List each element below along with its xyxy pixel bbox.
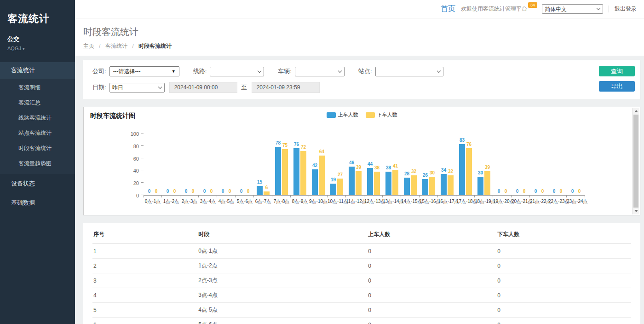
chart-bar-group[interactable]: 3841 (383, 133, 401, 195)
sidebar-subitem[interactable]: 站点客流统计 (0, 126, 75, 141)
legend-item-alighting[interactable]: 下车人数 (366, 111, 397, 118)
chart-bar-group[interactable]: 1927 (328, 133, 346, 195)
chart-bar[interactable]: 19 (330, 184, 336, 195)
chart-bar[interactable]: 83 (459, 144, 465, 195)
chart-bar[interactable]: 26 (422, 179, 428, 195)
date-to-input[interactable] (252, 82, 320, 93)
x-axis-category-label: 14点-15点 (401, 198, 420, 205)
sidebar-subitem[interactable]: 客流汇总 (0, 95, 75, 110)
chart-bar-group[interactable]: 00 (548, 133, 567, 195)
chart-bar-group[interactable]: 00 (530, 133, 548, 195)
date-preset-select[interactable]: 昨日 (109, 83, 165, 93)
chart-bar-group[interactable]: 3039 (475, 133, 493, 195)
chart-bar-group[interactable]: 4438 (364, 133, 383, 195)
chart-bar-group[interactable]: 8376 (456, 133, 475, 195)
chart-bar[interactable]: 15 (257, 186, 263, 195)
x-axis-category-label: 18点-19点 (475, 198, 493, 205)
company-select[interactable]: ---请选择--- ▼ (109, 66, 179, 76)
chart-bar-group[interactable]: 3432 (438, 133, 456, 195)
chart-bar-group[interactable]: 00 (162, 133, 180, 195)
chart-bar[interactable]: 41 (392, 170, 398, 195)
chart-bar[interactable]: 32 (448, 175, 454, 195)
chart-bar-group[interactable]: 2832 (401, 133, 420, 195)
table-header-cell: 上车人数 (367, 226, 496, 244)
chart-bar[interactable]: 76 (293, 148, 299, 195)
chart-bar-group[interactable]: 00 (236, 133, 254, 195)
chart-bar-group[interactable]: 156 (254, 133, 272, 195)
chart-bar[interactable]: 75 (282, 149, 288, 196)
line-select[interactable] (210, 67, 264, 76)
chart-bar[interactable]: 32 (411, 175, 417, 195)
chart-bar[interactable]: 39 (484, 171, 490, 195)
scroll-down-arrow-icon[interactable] (634, 210, 638, 212)
chart-bar[interactable]: 64 (319, 156, 325, 195)
dropdown-arrow-icon: ▼ (172, 69, 176, 74)
chart-bar-group[interactable]: 00 (199, 133, 217, 195)
x-axis-category-label: 22点-23点 (548, 198, 567, 205)
x-tick (475, 196, 493, 197)
x-axis-category-label: 2点-3点 (180, 198, 199, 205)
chart-bar-group[interactable]: 2630 (420, 133, 438, 195)
chart-bar[interactable]: 34 (441, 174, 447, 195)
chart-bar[interactable]: 72 (300, 151, 306, 195)
table-cell: 4点-5点 (197, 303, 367, 318)
bar-value-label: 0 (578, 189, 581, 194)
breadcrumb-section[interactable]: 客流统计 (105, 43, 127, 49)
breadcrumb-home[interactable]: 主页 (83, 43, 94, 49)
y-axis-tick-label: 20 (123, 180, 139, 186)
scrollbar-thumb[interactable] (633, 115, 638, 208)
chart-bar[interactable]: 42 (312, 169, 318, 195)
chart-bar[interactable]: 38 (374, 172, 380, 195)
table-row: 32点-3点00 (92, 273, 631, 288)
language-select[interactable]: 简体中文 (542, 4, 603, 14)
date-to-label: 至 (241, 83, 247, 92)
bar-value-label: 0 (229, 189, 231, 194)
chart-bar[interactable]: 46 (349, 167, 355, 195)
export-button[interactable]: 导出 (599, 81, 635, 92)
sidebar-section-passenger-stats[interactable]: 客流统计 (0, 62, 75, 79)
chart-bar-group[interactable]: 7672 (291, 133, 309, 195)
sidebar-item-device-status[interactable]: 设备状态 (0, 174, 75, 193)
query-button[interactable]: 查询 (599, 66, 635, 76)
logout-link[interactable]: 退出登录 (615, 5, 637, 13)
chart-bar[interactable]: 27 (337, 179, 343, 195)
chart-bar-group[interactable]: 00 (493, 133, 512, 195)
table-header-row: 序号时段上车人数下车人数 (92, 226, 631, 244)
stats-table: 序号时段上车人数下车人数 10点-1点0021点-2点0032点-3点0043点… (92, 226, 631, 324)
date-from-input[interactable] (169, 82, 237, 93)
scroll-up-arrow-icon[interactable] (634, 110, 638, 112)
chart-bar[interactable]: 28 (404, 178, 410, 195)
sidebar-item-base-data[interactable]: 基础数据 (0, 193, 75, 213)
chart-bar-group[interactable]: 4639 (346, 133, 364, 195)
sidebar-subitem[interactable]: 客流明细 (0, 80, 75, 95)
chart-bar[interactable]: 6 (264, 191, 270, 195)
chart-scrollbar[interactable] (632, 108, 639, 214)
chart-bar-group[interactable]: 00 (512, 133, 530, 195)
home-link[interactable]: 首页 (441, 4, 455, 14)
org-code-dropdown[interactable]: AQGJ ▾ (7, 46, 68, 51)
vehicle-select[interactable] (295, 67, 345, 76)
topbar: 首页 欢迎使用客流统计管理平台 34 简体中文 退出登录 (75, 0, 644, 18)
x-tick (512, 196, 530, 197)
sidebar-subitem[interactable]: 时段客流统计 (0, 141, 75, 156)
station-select[interactable] (375, 67, 443, 76)
station-label: 站点: (358, 67, 372, 75)
chart-bar-group[interactable]: 7875 (272, 133, 291, 195)
chart-bar[interactable]: 78 (275, 147, 281, 195)
sidebar-subitem[interactable]: 线路客流统计 (0, 110, 75, 126)
chart-bar[interactable]: 30 (429, 177, 435, 195)
chart-bar-group[interactable]: 00 (217, 133, 236, 195)
chart-bar-group[interactable]: 00 (567, 133, 585, 195)
chart-bar[interactable]: 76 (466, 148, 472, 195)
chart-bar[interactable]: 44 (367, 168, 373, 195)
notification-badge[interactable]: 34 (528, 2, 537, 8)
chart-bar[interactable]: 39 (356, 171, 362, 195)
chart-bar-group[interactable]: 00 (180, 133, 199, 195)
legend-item-boarding[interactable]: 上车人数 (327, 111, 358, 118)
sidebar-subitem[interactable]: 客流量趋势图 (0, 156, 75, 171)
app-title: 客流统计 (7, 12, 68, 26)
chart-bar[interactable]: 30 (477, 177, 483, 195)
chart-bar-group[interactable]: 00 (144, 133, 162, 195)
chart-bar-group[interactable]: 4264 (309, 133, 328, 195)
chart-bar[interactable]: 38 (385, 172, 391, 195)
